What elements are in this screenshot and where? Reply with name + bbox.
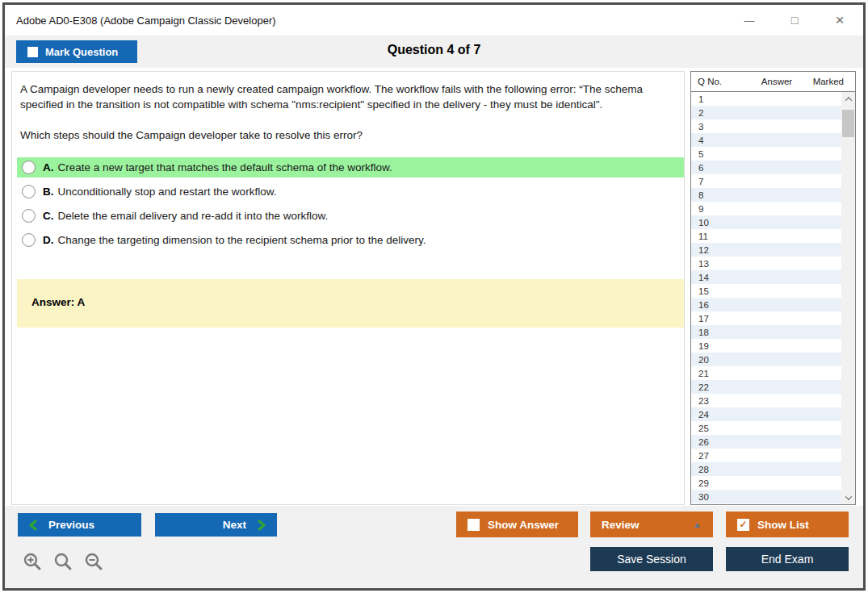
option-row-d[interactable]: D. Change the targeting dimension to the…: [17, 230, 684, 250]
question-number: 20: [698, 355, 709, 365]
options-list: A. Create a new target that matches the …: [17, 157, 684, 254]
question-list-scrollbar[interactable]: [841, 92, 855, 504]
question-number: 3: [698, 122, 703, 132]
show-list-label: Show List: [757, 519, 809, 531]
option-row-b[interactable]: B. Unconditionally stop and restart the …: [17, 182, 684, 202]
question-list-row[interactable]: 14: [691, 270, 841, 284]
title-bar: Adobe AD0-E308 (Adobe Campaign Classic D…: [5, 5, 863, 35]
show-list-button[interactable]: ✓ Show List: [726, 512, 849, 537]
question-number: 17: [698, 314, 709, 324]
question-number: 19: [698, 341, 709, 351]
question-number: 11: [698, 232, 708, 241]
next-button[interactable]: Next: [155, 513, 277, 537]
question-list-row[interactable]: 3: [691, 119, 841, 133]
question-list-row[interactable]: 18: [691, 325, 841, 339]
radio-button[interactable]: [22, 161, 36, 174]
question-list-row[interactable]: 19: [691, 339, 841, 353]
question-list-row[interactable]: 29: [691, 476, 841, 490]
question-list-row[interactable]: 27: [691, 449, 841, 462]
question-list-row[interactable]: 23: [691, 394, 841, 407]
scroll-up-icon[interactable]: [841, 92, 855, 106]
close-icon[interactable]: ×: [831, 11, 849, 29]
scroll-down-icon[interactable]: [841, 491, 855, 504]
zoom-in-icon[interactable]: [23, 552, 43, 572]
question-list-row[interactable]: 10: [691, 215, 841, 229]
review-label: Review: [602, 519, 639, 531]
question-list-row[interactable]: 6: [691, 161, 841, 174]
question-list-row[interactable]: 30: [691, 490, 841, 503]
chevron-right-icon: [257, 520, 266, 531]
question-number: 2: [698, 108, 703, 118]
question-list-row[interactable]: 11: [691, 229, 841, 243]
question-number: 10: [698, 218, 709, 228]
end-exam-label: End Exam: [761, 553, 814, 566]
question-number: 22: [698, 382, 709, 392]
question-number: 5: [698, 149, 703, 159]
question-list-row[interactable]: 25: [691, 421, 841, 435]
question-list-row[interactable]: 21: [691, 366, 841, 380]
question-list-row[interactable]: 26: [691, 435, 841, 449]
question-number: 12: [698, 245, 709, 255]
question-list-row[interactable]: 22: [691, 380, 841, 394]
question-list-row[interactable]: 8: [691, 188, 841, 202]
radio-button[interactable]: [22, 185, 36, 198]
column-header-marked: Marked: [806, 77, 849, 86]
show-answer-checkbox-icon: [468, 519, 480, 531]
caret-up-icon: ▲: [693, 520, 702, 529]
zoom-tools: [23, 552, 104, 572]
question-list-row[interactable]: 24: [691, 407, 841, 421]
review-button[interactable]: Review ▲: [590, 512, 713, 537]
question-list-row[interactable]: 7: [691, 174, 841, 188]
scrollbar-thumb[interactable]: [842, 110, 854, 137]
end-exam-button[interactable]: End Exam: [726, 547, 849, 571]
question-list-row[interactable]: 28: [691, 462, 841, 476]
option-row-c[interactable]: C. Delete the email delivery and re-add …: [17, 206, 684, 226]
chevron-left-icon: [28, 520, 38, 531]
question-list-row[interactable]: 12: [691, 243, 841, 257]
window-controls: — □ ×: [740, 5, 849, 35]
question-list-row[interactable]: 20: [691, 353, 841, 366]
question-number: 14: [698, 273, 709, 282]
question-list-row[interactable]: 16: [691, 298, 841, 311]
radio-button[interactable]: [22, 233, 36, 247]
maximize-icon[interactable]: □: [786, 11, 803, 29]
option-letter: C.: [43, 210, 54, 222]
question-number: 24: [698, 410, 709, 420]
question-list-row[interactable]: 5: [691, 147, 841, 161]
show-answer-button[interactable]: Show Answer: [456, 512, 578, 537]
header-strip: Mark Question Question 4 of 7: [5, 35, 863, 68]
show-answer-label: Show Answer: [488, 519, 559, 531]
minimize-icon[interactable]: —: [740, 11, 758, 29]
question-list-row[interactable]: 4: [691, 133, 841, 147]
question-list-row[interactable]: 13: [691, 257, 841, 270]
question-number: 30: [698, 492, 709, 502]
question-number: 29: [698, 478, 709, 488]
question-list-row[interactable]: 9: [691, 202, 841, 215]
question-list-row[interactable]: 17: [691, 311, 841, 325]
previous-button[interactable]: Previous: [18, 513, 141, 537]
save-session-label: Save Session: [617, 553, 686, 566]
question-number: 23: [698, 396, 709, 406]
footer-strip: Previous Next Show Answer Review ▲ ✓ Sho…: [5, 506, 863, 588]
column-header-answer: Answer: [748, 77, 806, 86]
question-number: 8: [698, 190, 703, 200]
option-row-a[interactable]: A. Create a new target that matches the …: [17, 157, 684, 177]
next-label: Next: [223, 519, 246, 531]
question-list-row[interactable]: 15: [691, 284, 841, 298]
radio-button[interactable]: [22, 209, 36, 223]
question-number: 16: [698, 300, 709, 310]
zoom-out-icon[interactable]: [84, 552, 104, 572]
question-list-row[interactable]: 2: [691, 106, 841, 119]
save-session-button[interactable]: Save Session: [590, 547, 713, 571]
question-list-row[interactable]: 1: [691, 92, 841, 106]
option-letter: A.: [43, 161, 54, 173]
option-letter: B.: [43, 186, 54, 198]
question-number: 9: [698, 204, 703, 214]
zoom-reset-icon[interactable]: [53, 552, 73, 572]
question-panel: A Campaign developer needs to run a newl…: [11, 71, 685, 505]
previous-label: Previous: [48, 519, 94, 531]
question-number: 18: [698, 328, 709, 337]
option-text: Delete the email delivery and re-add it …: [58, 210, 329, 222]
answer-box: Answer: A: [17, 279, 684, 328]
question-number: 6: [698, 163, 703, 173]
